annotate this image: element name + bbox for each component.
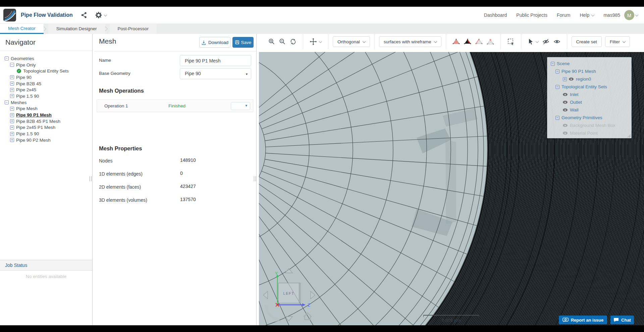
rotate-right-button[interactable]: [311, 291, 315, 299]
select-volumes-icon[interactable]: [452, 39, 460, 45]
expander-icon[interactable]: [10, 113, 14, 117]
operation-row[interactable]: Operation 1 Finished: [97, 99, 253, 112]
expander-icon[interactable]: [10, 63, 14, 67]
viewport-3d-canvas[interactable]: Scene Pipe 90 P1 Mesh region0: [259, 52, 644, 325]
expander-icon[interactable]: [10, 107, 14, 111]
eye-icon[interactable]: [569, 78, 574, 81]
tree-item[interactable]: Pipe 90 P2 Mesh: [5, 137, 92, 143]
report-issue-button[interactable]: Report an issue: [559, 316, 607, 324]
panel-resize-handle[interactable]: [254, 176, 256, 181]
base-geometry-select[interactable]: Pipe 90 ▾: [180, 68, 251, 79]
resize-handle-icon[interactable]: [628, 134, 631, 137]
pan-icon[interactable]: [310, 38, 322, 45]
scene-tree-item[interactable]: Pipe 90 P1 Mesh: [547, 67, 631, 75]
tree-item[interactable]: Pipe Mesh: [5, 106, 92, 112]
scene-tree-item[interactable]: Geometry Primitives: [547, 114, 631, 122]
refresh-icon[interactable]: [290, 38, 297, 45]
rotate-left-button[interactable]: [263, 291, 268, 299]
filter-button[interactable]: Filter: [605, 36, 630, 47]
header-nav-link[interactable]: Forum: [557, 12, 570, 18]
scene-tree-item[interactable]: Wall: [547, 106, 631, 114]
header-nav-link[interactable]: Public Projects: [516, 12, 547, 18]
tree-item[interactable]: Geometries: [5, 55, 92, 62]
scene-tree-item[interactable]: Inlet: [547, 91, 631, 98]
show-all-icon[interactable]: [553, 39, 560, 45]
expander-icon[interactable]: [10, 75, 14, 79]
home-view-button[interactable]: [304, 313, 312, 320]
job-status-header[interactable]: Job Status: [0, 260, 92, 271]
rotate-down-button[interactable]: [285, 317, 292, 321]
tree-item[interactable]: Pipe B2B 45: [5, 81, 92, 87]
expander-icon[interactable]: [5, 100, 9, 104]
toolbar-divider: [328, 34, 328, 49]
expander-icon[interactable]: [555, 69, 559, 74]
expander-icon[interactable]: [10, 119, 14, 123]
workflow-tab[interactable]: Post-Processor: [110, 24, 157, 34]
tree-item[interactable]: Pipe 2x45 P1 Mesh: [5, 125, 92, 131]
expander-icon[interactable]: [10, 94, 14, 98]
scene-tree-item[interactable]: Background Mesh Box: [547, 122, 631, 129]
scene-tree-item[interactable]: Outlet: [547, 98, 631, 106]
download-button[interactable]: Download: [199, 37, 230, 48]
scene-tree-item[interactable]: Scene: [547, 60, 631, 67]
tree-item[interactable]: Meshes: [5, 99, 92, 106]
pointer-icon[interactable]: [528, 38, 538, 45]
rotate-ccw-button[interactable]: [264, 304, 280, 322]
panel-resize-handle[interactable]: [90, 176, 92, 181]
eye-icon[interactable]: [563, 93, 568, 96]
header-nav-link[interactable]: Help: [580, 12, 594, 18]
tree-item[interactable]: Pipe 90: [5, 74, 92, 81]
scene-tree-item[interactable]: Material Point: [547, 129, 631, 137]
zoom-in-icon[interactable]: [268, 38, 275, 45]
hide-selected-icon[interactable]: [542, 39, 549, 45]
expander-icon[interactable]: [10, 82, 14, 86]
select-vertices-icon[interactable]: [487, 39, 494, 45]
tree-item[interactable]: Pipe B2B 45 P1 Mesh: [5, 118, 92, 125]
expander-icon[interactable]: [551, 62, 555, 66]
save-button[interactable]: Save: [232, 37, 254, 48]
header-nav-link[interactable]: Dashboard: [484, 12, 507, 18]
view-cube-face[interactable]: LEFT: [278, 283, 301, 303]
rotate-up-button[interactable]: [285, 269, 292, 273]
eye-icon[interactable]: [563, 101, 568, 104]
tree-item[interactable]: Pipe Only: [5, 62, 92, 68]
expander-icon[interactable]: [555, 85, 559, 89]
tree-item[interactable]: Topological Entity Sets: [5, 68, 92, 74]
chevron-down-icon[interactable]: [635, 13, 639, 16]
scene-tree-item[interactable]: Topological Entity Sets: [547, 83, 631, 91]
mesh-name-input[interactable]: [180, 55, 251, 66]
expander-icon[interactable]: [10, 126, 14, 130]
eye-icon[interactable]: [563, 132, 568, 135]
navigation-cube-widget[interactable]: LEFT Y: [262, 266, 317, 323]
scene-tree-panel[interactable]: Scene Pipe 90 P1 Mesh region0: [547, 57, 632, 138]
gear-icon[interactable]: [95, 12, 107, 18]
zoom-out-icon[interactable]: [279, 38, 286, 45]
tree-item[interactable]: Pipe 2x45: [5, 87, 92, 93]
tree-item[interactable]: Pipe 1.5 90: [5, 93, 92, 99]
operation-actions-dropdown[interactable]: [231, 102, 250, 110]
scene-tree-item[interactable]: region0: [547, 75, 631, 83]
eye-icon[interactable]: [563, 124, 568, 127]
projection-mode-button[interactable]: Orthogonal: [333, 36, 370, 47]
eye-icon[interactable]: [563, 108, 568, 111]
share-icon[interactable]: [81, 12, 87, 18]
select-faces-icon[interactable]: [464, 39, 471, 45]
tree-item[interactable]: Pipe 90 P1 Mesh: [5, 112, 92, 118]
box-select-icon[interactable]: [507, 38, 515, 45]
workflow-tab[interactable]: Mesh Creator: [0, 24, 44, 34]
expander-icon[interactable]: [10, 132, 14, 136]
tree-item[interactable]: Pipe 1.5 90: [5, 131, 92, 137]
username[interactable]: mas985: [603, 12, 620, 18]
select-edges-icon[interactable]: [475, 39, 483, 45]
app-logo[interactable]: [3, 9, 16, 21]
expander-icon[interactable]: [10, 88, 14, 92]
workflow-tab[interactable]: Simulation Designer: [48, 24, 105, 34]
expander-icon[interactable]: [5, 56, 9, 60]
chat-button[interactable]: Chat: [610, 316, 634, 324]
expander-icon[interactable]: [563, 77, 567, 81]
create-set-button[interactable]: Create set: [572, 36, 602, 47]
expander-icon[interactable]: [555, 116, 559, 120]
expander-icon[interactable]: [10, 138, 14, 142]
avatar[interactable]: M: [624, 10, 634, 20]
render-mode-button[interactable]: surfaces with wireframe: [379, 36, 441, 47]
